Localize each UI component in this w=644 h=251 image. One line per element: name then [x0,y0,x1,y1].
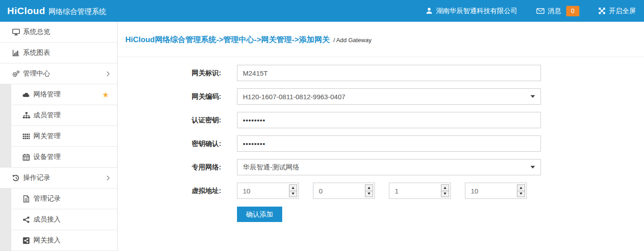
form-row-gateway-id: 网关标识: [192,65,644,81]
key-confirm-label: 密钥确认: [192,135,237,152]
caret-down-icon [530,95,535,98]
form-row-key-confirm: 密钥确认: [192,135,644,152]
sidebar-item-gateway-access[interactable]: 网关接入 [0,230,117,251]
sidebar-item-label: 系统图表 [23,48,50,57]
submit-spacer [192,206,237,222]
sidebar-item-network-mgmt[interactable]: 网络管理 ★ [0,84,117,105]
sidebar-item-label: 操作记录 [23,174,50,182]
history-icon [11,174,20,182]
sidebar-item-member-access[interactable]: 成员接入 [0,209,117,230]
chevron-right-icon [106,175,110,181]
gears-icon [11,70,20,77]
gateway-id-label: 网关标识: [192,65,237,81]
virtual-address-octet-3-input[interactable] [389,187,441,195]
messages-label: 消息 [548,7,561,15]
sidebar-item-label: 管理中心 [23,69,50,78]
sidebar-item-device-mgmt[interactable]: 设备管理 [0,147,117,168]
sitemap-icon [22,112,31,119]
form-row-submit: 确认添加 [192,206,644,222]
spinner-down-icon[interactable] [365,191,373,197]
gateway-code-select[interactable]: H120-1607-0811-0812-9963-0407 [237,88,541,105]
fullscreen-button[interactable]: 开启全屏 [598,7,636,15]
sidebar-item-label: 系统总览 [23,28,50,36]
sidebar-item-system-overview[interactable]: 系统总览 [0,22,117,43]
desktop-icon [11,29,20,36]
header-right-group: 湖南华辰智通科技有限公司 消息 0 开启全屏 [426,6,636,16]
gateway-code-value: H120-1607-0811-0812-9963-0407 [243,93,530,101]
caret-down-icon [530,166,535,169]
virtual-address-octet-1-input[interactable] [237,187,289,195]
sidebar-item-label: 网关接入 [33,236,61,245]
app-window: HiCloud 网络综合管理系统 湖南华辰智通科技有限公司 消息 0 [0,0,644,251]
sidebar-item-label: 设备管理 [33,153,61,161]
spinner-control[interactable] [365,184,373,197]
spinner-down-icon[interactable] [517,191,525,197]
main-content: HiCloud网络综合管理系统->管理中心->网关管理->添加网关 / Add … [118,22,644,251]
virtual-address-group [237,183,527,199]
key-confirm-input[interactable] [237,135,541,152]
file-text-icon [22,195,31,203]
share-icon [22,216,31,223]
messages-button[interactable]: 消息 0 [536,6,579,16]
spinner-down-icon[interactable] [441,191,449,197]
breadcrumb-suffix: / Add Gateway [333,37,372,43]
virtual-address-octet-1-box [237,183,299,199]
company-account[interactable]: 湖南华辰智通科技有限公司 [426,7,517,15]
spinner-up-icon[interactable] [365,185,373,191]
private-network-select[interactable]: 华辰智通-测试网络 [237,159,541,175]
bar-chart-icon [11,49,20,57]
brand-subtitle: 网络综合管理系统 [48,7,106,17]
virtual-address-octet-2-input[interactable] [313,187,365,195]
sidebar-item-admin-logs[interactable]: 管理记录 [0,188,117,209]
sidebar-item-label: 网络管理 [33,90,61,99]
breadcrumb-path: HiCloud网络综合管理系统->管理中心->网关管理->添加网关 [125,34,330,45]
private-network-value: 华辰智通-测试网络 [243,163,530,172]
virtual-address-octet-2-box [313,183,375,199]
sidebar-nav: 系统总览 系统图表 管理中心 [0,22,118,251]
auth-key-input[interactable] [237,112,541,128]
breadcrumb-bar: HiCloud网络综合管理系统->管理中心->网关管理->添加网关 / Add … [118,22,644,57]
sidebar-item-label: 成员接入 [33,215,61,224]
breadcrumb: HiCloud网络综合管理系统->管理中心->网关管理->添加网关 / Add … [125,34,644,45]
private-network-label: 专用网络: [192,159,237,175]
form-row-auth-key: 认证密钥: [192,112,644,128]
sidebar-item-member-mgmt[interactable]: 成员管理 [0,105,117,126]
spinner-down-icon[interactable] [289,191,297,197]
messages-count-badge: 0 [566,6,579,16]
spinner-up-icon[interactable] [517,185,525,191]
auth-key-label: 认证密钥: [192,112,237,128]
spinner-up-icon[interactable] [441,185,449,191]
spinner-up-icon[interactable] [289,185,297,191]
virtual-address-label: 虚拟地址: [192,183,237,199]
top-header-bar: HiCloud 网络综合管理系统 湖南华辰智通科技有限公司 消息 0 [0,0,644,22]
app-logo: HiCloud 网络综合管理系统 [7,5,106,17]
spinner-control[interactable] [517,184,525,197]
sidebar-item-system-charts[interactable]: 系统图表 [0,43,117,63]
gateway-code-label: 网关编码: [192,88,237,105]
virtual-address-octet-4-input[interactable] [465,187,517,195]
star-icon[interactable]: ★ [102,91,109,98]
sidebar-item-label: 管理记录 [33,194,61,203]
sidebar-item-label: 网关管理 [33,132,61,140]
sidebar-item-operation-logs[interactable]: 操作记录 [0,168,117,188]
form-row-virtual-address: 虚拟地址: [192,183,644,199]
user-icon [426,7,433,14]
sidebar-item-gateway-mgmt[interactable]: 网关管理 [0,126,117,147]
cloud-icon [22,92,31,98]
fullscreen-icon [598,7,606,14]
company-name: 湖南华辰智通科技有限公司 [436,7,517,15]
sidebar-item-admin-center[interactable]: 管理中心 [0,63,117,84]
add-gateway-form: 网关标识: 网关编码: H120-1607-0811-0812-9963-040… [118,57,644,229]
virtual-address-octet-3-box [389,183,451,199]
spinner-control[interactable] [289,184,297,197]
form-row-gateway-code: 网关编码: H120-1607-0811-0812-9963-0407 [192,88,644,105]
virtual-address-octet-4-box [465,183,527,199]
spinner-control[interactable] [441,184,449,197]
share-square-icon [22,237,31,244]
gateway-id-input[interactable] [237,65,541,81]
grid-icon [22,133,31,140]
confirm-add-button[interactable]: 确认添加 [237,207,282,222]
brand-name: HiCloud [7,5,45,16]
fullscreen-label: 开启全屏 [609,7,636,15]
calendar-icon [22,154,31,161]
